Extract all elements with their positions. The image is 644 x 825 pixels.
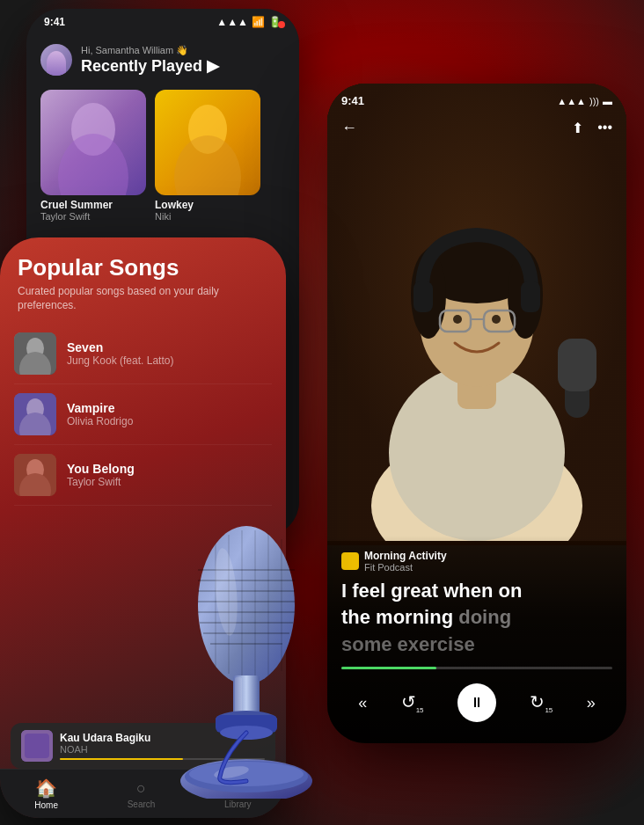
lyrics-line3: some exercise [341, 633, 612, 656]
album-card-lowkey[interactable]: Lowkey Niki [155, 90, 260, 222]
wave-icon: ▶ [207, 57, 219, 75]
popular-subtitle: Curated popular songs based on your dail… [18, 284, 268, 314]
svg-point-1 [58, 134, 128, 195]
now-playing-bar[interactable]: Kau Udara Bagiku NOAH [11, 723, 275, 769]
playback-controls: « ↺15 ⏸ ↻15 » [341, 680, 612, 729]
podcast-top-bar: 9:41 ▲▲▲ ))) ▬ [327, 84, 626, 114]
popular-title: Popular Songs [18, 255, 268, 281]
album-artist-cruel-summer: Taylor Swift [40, 211, 146, 222]
wifi-icon: 📶 [252, 16, 265, 28]
play-pause-btn[interactable]: ⏸ [457, 683, 496, 722]
share-icon-podcast[interactable]: ⬆ [572, 120, 583, 136]
back15-btn[interactable]: ↺15 [401, 691, 424, 714]
svg-rect-32 [25, 734, 49, 758]
tab-search-label: Search [128, 799, 156, 809]
album-art-cruel-summer [40, 90, 146, 195]
tab-library-label: Library [224, 799, 252, 809]
phone-podcast: 9:41 ▲▲▲ ))) ▬ ← ⬆ ••• Morning Activity … [327, 84, 626, 743]
now-playing-title: Kau Udara Bagiku [60, 732, 265, 744]
lyrics-normal: the morning [341, 606, 453, 628]
phone-back-header: Hi, Samantha William 👋 Recently Played ▶ [26, 35, 299, 83]
podcast-photo [327, 84, 626, 545]
podcast-progress-fill [341, 667, 436, 669]
song-title-vampire: Vampire [67, 401, 272, 415]
now-playing-progress-fill [60, 758, 183, 760]
song-info-vampire: Vampire Olivia Rodrigo [67, 401, 272, 427]
album-art-lowkey [155, 90, 260, 195]
song-artist-seven: Jung Kook (feat. Latto) [67, 354, 272, 367]
album-title-cruel-summer: Cruel Summer [40, 199, 146, 211]
svg-rect-17 [521, 281, 540, 312]
recently-played-title: Recently Played ▶ [81, 56, 219, 76]
song-title-you-belong: You Belong [67, 462, 272, 476]
now-playing-progress [60, 758, 265, 760]
popular-header: Popular Songs Curated popular songs base… [0, 237, 286, 324]
back-arrow-podcast[interactable]: ← [341, 119, 357, 137]
status-time-podcast: 9:41 [341, 94, 364, 107]
battery-icon-podcast: ▬ [603, 96, 612, 106]
svg-point-3 [174, 135, 241, 195]
lyrics-faded-1: doing [458, 606, 511, 628]
now-playing-art [21, 730, 53, 762]
tab-library[interactable]: ◫ Library [224, 778, 252, 809]
pause-icon: ⏸ [470, 695, 484, 711]
album-card-cruel-summer[interactable]: Cruel Summer Taylor Swift [40, 90, 146, 222]
now-playing-artist: NOAH [60, 744, 265, 755]
song-item-you-belong[interactable]: You Belong Taylor Swift [14, 445, 272, 506]
song-info-seven: Seven Jung Kook (feat. Latto) [67, 340, 272, 367]
status-bar-back: 9:41 ▲▲▲ 📶 🔋 [26, 9, 299, 35]
song-artist-vampire: Olivia Rodrigo [67, 415, 272, 427]
song-art-you-belong [14, 454, 56, 496]
podcast-progress[interactable] [341, 667, 612, 669]
song-artist-you-belong: Taylor Swift [67, 476, 272, 488]
album-title-lowkey: Lowkey [155, 199, 260, 211]
home-icon: 🏠 [35, 778, 57, 799]
tab-home-label: Home [34, 800, 58, 810]
song-item-seven[interactable]: Seven Jung Kook (feat. Latto) [14, 324, 272, 384]
svg-point-20 [453, 315, 462, 324]
greeting-block: Hi, Samantha William 👋 Recently Played ▶ [81, 45, 219, 76]
podcast-tag-show: Fit Podcast [364, 562, 447, 573]
lyrics-line2: the morning doing [341, 606, 612, 629]
signal-icon: ▲▲▲ [216, 16, 248, 28]
svg-rect-19 [558, 339, 596, 391]
song-title-seven: Seven [67, 340, 272, 354]
forward-btn[interactable]: » [587, 694, 596, 712]
podcast-tag-title: Morning Activity [364, 550, 447, 562]
signal-icon-podcast: ▲▲▲ [557, 96, 586, 106]
greeting-text: Hi, Samantha William 👋 [81, 45, 219, 56]
song-item-vampire[interactable]: Vampire Olivia Rodrigo [14, 384, 272, 445]
lyrics-line1: I feel great when on [341, 580, 612, 602]
status-icons-back: ▲▲▲ 📶 🔋 [216, 16, 282, 28]
search-icon: ○ [136, 779, 146, 798]
album-grid: Cruel Summer Taylor Swift Lowkey Niki [26, 83, 299, 229]
song-info-you-belong: You Belong Taylor Swift [67, 462, 272, 488]
avatar [40, 44, 72, 76]
podcast-bottom: Morning Activity Fit Podcast I feel grea… [327, 536, 626, 743]
fwd15-btn[interactable]: ↻15 [530, 691, 553, 714]
tab-bar: 🏠 Home ○ Search ◫ Library [0, 769, 286, 818]
song-art-seven [14, 332, 56, 375]
album-artist-lowkey: Niki [155, 211, 260, 222]
tab-search[interactable]: ○ Search [128, 779, 156, 809]
rewind-btn[interactable]: « [358, 694, 367, 712]
podcast-tag: Morning Activity Fit Podcast [341, 550, 612, 573]
svg-point-21 [492, 315, 501, 324]
svg-rect-16 [413, 281, 433, 312]
song-list: Seven Jung Kook (feat. Latto) Vampire Ol… [0, 324, 286, 506]
status-time-back: 9:41 [44, 16, 65, 28]
podcast-tag-icon [341, 552, 359, 570]
now-playing-info: Kau Udara Bagiku NOAH [60, 732, 265, 760]
notification-dot [278, 21, 285, 28]
wifi-icon-podcast: ))) [589, 96, 599, 106]
more-icon-podcast[interactable]: ••• [597, 120, 612, 136]
tab-home[interactable]: 🏠 Home [34, 778, 58, 810]
song-art-vampire [14, 393, 56, 435]
phone-popular-songs: Popular Songs Curated popular songs base… [0, 237, 286, 818]
library-icon: ◫ [231, 778, 245, 798]
